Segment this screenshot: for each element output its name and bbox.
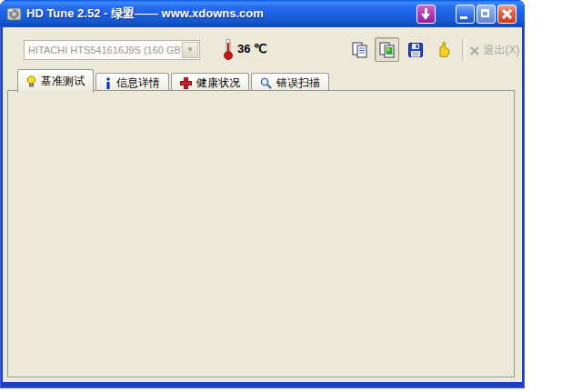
drive-select[interactable]: HITACHI HTS541616J9S (160 GB) ▼ — [24, 40, 200, 60]
thermometer-icon — [222, 37, 235, 61]
maximize-icon — [481, 9, 489, 17]
drive-select-value: HITACHI HTS541616J9S (160 GB) — [25, 45, 182, 55]
exit-label: 退出(X) — [483, 43, 519, 58]
copy-text-button[interactable] — [347, 37, 372, 62]
benchmark-page — [7, 90, 515, 377]
close-button[interactable] — [497, 5, 517, 24]
info-icon — [105, 77, 112, 89]
benchmark-icon — [26, 75, 36, 87]
exit-x-icon: × — [468, 42, 480, 59]
tab-benchmark[interactable]: 基准测试 — [17, 69, 94, 93]
magnifier-icon — [260, 77, 272, 89]
client-area: HITACHI HTS541616J9S (160 GB) ▼ 36 ℃ — [3, 27, 522, 382]
maximize-button[interactable] — [477, 5, 496, 24]
tab-health-label: 健康状况 — [196, 75, 240, 91]
app-icon — [6, 6, 22, 22]
screenshot-icon — [378, 41, 396, 59]
chevron-down-icon[interactable]: ▼ — [182, 42, 198, 58]
options-button[interactable] — [431, 37, 456, 62]
exit-button[interactable]: × 退出(X) — [468, 39, 519, 61]
titlebar[interactable]: HD Tune 2.52 - 绿盟—— www.xdowns.com — [0, 0, 525, 27]
save-button[interactable] — [403, 37, 427, 62]
tab-error-scan-label: 错误扫描 — [276, 75, 320, 91]
copy-icon — [351, 41, 369, 59]
toolbar-separator — [462, 39, 466, 61]
save-icon — [406, 41, 425, 59]
options-hand-icon — [435, 41, 453, 59]
copy-screenshot-button[interactable] — [375, 37, 399, 62]
hdtune-window: HD Tune 2.52 - 绿盟—— www.xdowns.com — [0, 0, 525, 388]
minimize-button[interactable] — [456, 5, 475, 24]
health-cross-icon — [180, 77, 192, 89]
screenshot-stage: HD Tune 2.52 - 绿盟—— www.xdowns.com — [0, 0, 582, 392]
minimize-icon — [460, 16, 467, 19]
tab-benchmark-label: 基准测试 — [41, 74, 85, 89]
window-title: HD Tune 2.52 - 绿盟—— www.xdowns.com — [26, 5, 264, 22]
tab-info-label: 信息详情 — [116, 75, 160, 91]
download-button[interactable] — [416, 5, 436, 24]
temperature-value: 36 ℃ — [237, 42, 267, 55]
